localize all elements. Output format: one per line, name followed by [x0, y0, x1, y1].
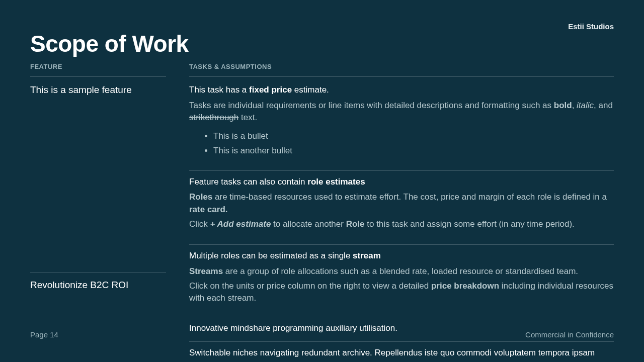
feature-column: FEATURE This is a sample feature Revolut…: [30, 63, 166, 362]
task-block: Switchable niches navigating redundant a…: [189, 341, 614, 362]
tasks-column-header: TASKS & ASSUMPTIONS: [189, 63, 614, 77]
task-title: Multiple roles can be estimated as a sin…: [189, 250, 614, 262]
feature-name: This is a sample feature: [30, 84, 166, 97]
content-area: FEATURE This is a sample feature Revolut…: [30, 63, 614, 362]
brand-label: Estii Studios: [568, 22, 614, 31]
list-item: This is a bullet: [213, 129, 614, 144]
page-title: Scope of Work: [30, 30, 189, 57]
task-description: Roles are time-based resources used to e…: [189, 191, 614, 230]
feature-column-header: FEATURE: [30, 63, 166, 77]
list-item: This is another bullet: [213, 144, 614, 158]
task-block: This task has a fixed price estimate. Ta…: [189, 84, 614, 165]
page-number: Page 14: [30, 330, 58, 339]
task-block: Multiple roles can be estimated as a sin…: [189, 244, 614, 312]
task-block: Feature tasks can also contain role esti…: [189, 170, 614, 240]
task-title: Feature tasks can also contain role esti…: [189, 176, 614, 189]
confidentiality-label: Commercial in Confidence: [525, 330, 614, 339]
bullet-list: This is a bullet This is another bullet: [189, 129, 614, 158]
task-title: Switchable niches navigating redundant a…: [189, 347, 614, 362]
tasks-column: TASKS & ASSUMPTIONS This task has a fixe…: [189, 63, 614, 362]
task-description: Tasks are individual requirements or lin…: [189, 100, 614, 124]
footer: Page 14 Commercial in Confidence: [30, 330, 614, 339]
task-title: This task has a fixed price estimate.: [189, 84, 614, 97]
task-description: Streams are a group of role allocations …: [189, 265, 614, 305]
feature-name: Revolutionize B2C ROI: [30, 279, 166, 292]
